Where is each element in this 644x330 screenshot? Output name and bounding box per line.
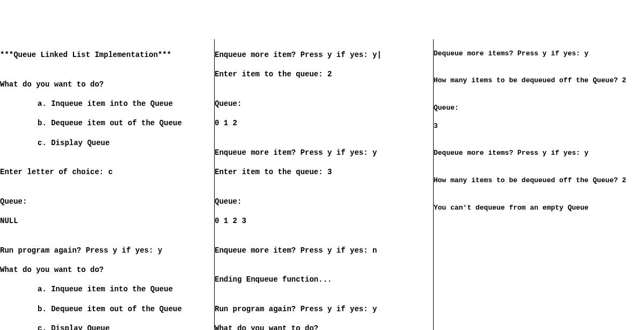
- output-line: Enqueue more item? Press y if yes: y: [215, 148, 433, 157]
- output-line: Queue:: [0, 197, 214, 206]
- output-line: b. Dequeue item out of the Queue: [0, 304, 214, 314]
- output-column-3: Dequeue more items? Press y if yes: y Ho…: [434, 39, 644, 330]
- output-line: 0 1 2: [215, 118, 433, 128]
- output-line: 3: [434, 122, 644, 131]
- output-line: ***Queue Linked List Implementation***: [0, 50, 214, 60]
- output-line: How many items to be dequeued off the Qu…: [434, 76, 644, 85]
- output-column-1: ***Queue Linked List Implementation*** W…: [0, 39, 215, 330]
- output-line: Queue:: [434, 104, 644, 113]
- output-line: You can't dequeue from an empty Queue: [434, 204, 644, 213]
- output-line: Enqueue more item? Press y if yes: y|: [215, 50, 433, 60]
- output-line: Enter letter of choice: c: [0, 167, 214, 177]
- output-line: NULL: [0, 216, 214, 226]
- output-line: c. Display Queue: [0, 324, 214, 330]
- output-line: Dequeue more items? Press y if yes: y: [434, 49, 644, 59]
- output-column-2: Enqueue more item? Press y if yes: y| En…: [215, 39, 434, 330]
- output-line: Queue:: [215, 99, 433, 109]
- output-line: Queue:: [215, 197, 433, 206]
- output-line: What do you want to do?: [0, 80, 214, 89]
- output-line: a. Inqueue item into the Queue: [0, 99, 214, 109]
- terminal-output: ***Queue Linked List Implementation*** W…: [0, 39, 644, 330]
- output-line: Enqueue more item? Press y if yes: n: [215, 246, 433, 255]
- output-line: Ending Enqueue function...: [215, 275, 433, 284]
- output-line: c. Display Queue: [0, 138, 214, 148]
- output-line: 0 1 2 3: [215, 216, 433, 226]
- output-line: Dequeue more items? Press y if yes: y: [434, 149, 644, 158]
- output-line: Enter item to the queue: 2: [215, 69, 433, 79]
- output-line: What do you want to do?: [215, 324, 433, 330]
- output-line: Run program again? Press y if yes: y: [215, 304, 433, 314]
- output-line: How many items to be dequeued off the Qu…: [434, 176, 644, 185]
- output-line: What do you want to do?: [0, 265, 214, 275]
- output-line: b. Dequeue item out of the Queue: [0, 118, 214, 128]
- output-line: Enter item to the queue: 3: [215, 167, 433, 177]
- output-line: Run program again? Press y if yes: y: [0, 246, 214, 255]
- output-line: a. Inqueue item into the Queue: [0, 284, 214, 294]
